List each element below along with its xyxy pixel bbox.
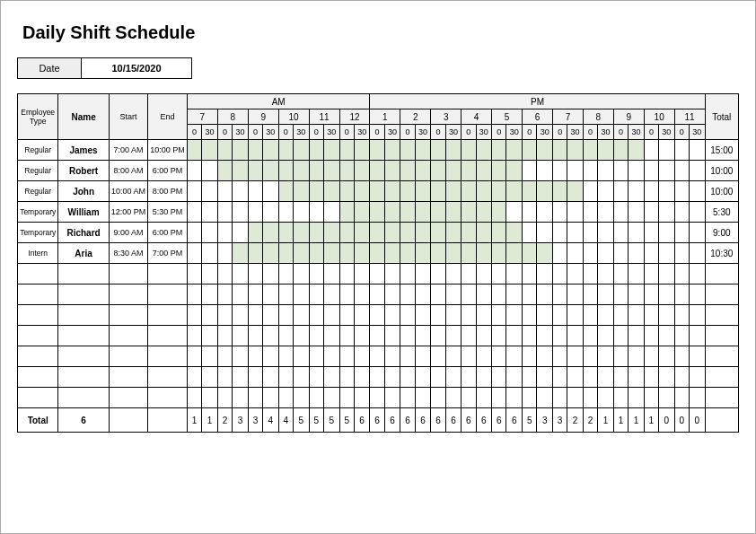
page-title: Daily Shift Schedule [22, 22, 739, 43]
date-value: 10/15/2020 [81, 57, 192, 79]
schedule-table: Employee TypeNameStartEndAMPMTotal789101… [17, 93, 739, 433]
date-row: Date 10/15/2020 [17, 57, 739, 79]
date-label: Date [17, 57, 81, 79]
